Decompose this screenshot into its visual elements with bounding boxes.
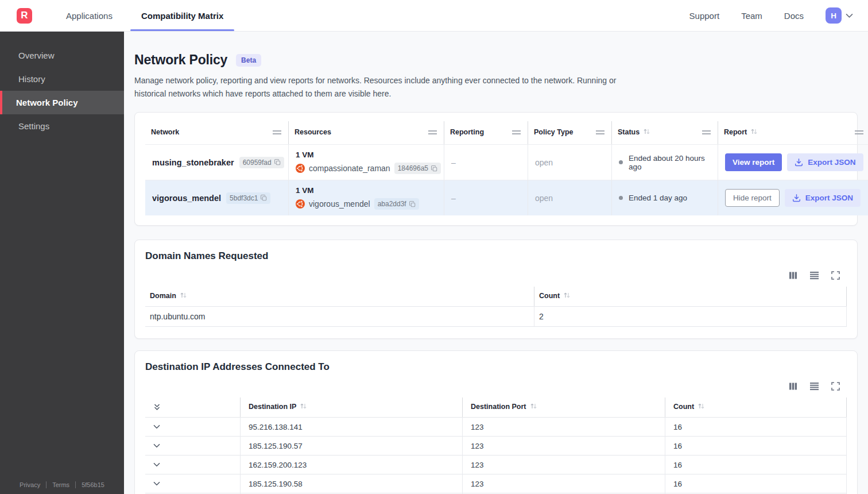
columns-icon[interactable] [789,382,797,391]
destination-port-cell: 123 [463,474,665,493]
download-icon [792,194,801,202]
destination-ip-cell: 185.125.190.57 [241,436,463,455]
sort-icon[interactable] [698,402,705,412]
row-expander-cell [145,474,241,493]
page-title: Network Policy [134,52,227,68]
status-cell: Ended 1 day ago [612,180,718,215]
export-json-button[interactable]: Export JSON [787,153,863,171]
expand-row-icon[interactable] [153,462,160,467]
domain-names-card: Domain Names Requested Domain Count [134,240,858,339]
destination-port-cell: 123 [463,455,665,474]
beta-badge: Beta [236,54,261,67]
sort-icon[interactable] [300,402,307,412]
sidebar: Overview History Network Policy Settings… [0,32,124,494]
column-header-destination-ip: Destination IP [241,397,463,417]
column-header-expand-all [145,397,241,417]
expand-row-icon[interactable] [153,443,160,448]
card-title: Destination IP Addresses Connected To [145,361,847,373]
expand-row-icon[interactable] [153,424,160,429]
sidebar-item-network-policy[interactable]: Network Policy [0,91,124,114]
columns-icon[interactable] [789,271,797,280]
tab-applications[interactable]: Applications [59,0,119,31]
row-density-icon[interactable] [809,271,819,280]
tab-compatibility-matrix[interactable]: Compatibility Matrix [134,0,230,31]
row-density-icon[interactable] [809,382,819,391]
app-logo[interactable]: R [17,8,32,24]
resource-id-badge: 184696a5 [394,163,441,174]
chevron-down-icon [846,13,853,18]
sort-icon[interactable] [180,291,187,301]
user-menu[interactable]: H [826,7,853,24]
sort-icon[interactable] [530,402,537,412]
nav-link-support[interactable]: Support [689,11,720,21]
nav-link-team[interactable]: Team [741,11,762,21]
domain-cell: ntp.ubuntu.com [145,306,534,327]
count-cell: 16 [665,455,847,474]
column-resize-handle-icon[interactable] [855,130,863,134]
copy-icon[interactable] [409,201,416,207]
top-navbar: R Applications Compatibility Matrix Supp… [0,0,868,32]
column-header-count: Count [665,397,847,417]
network-cell: musing_stonebraker 60959fad [145,144,289,180]
download-icon [795,158,803,167]
column-resize-handle-icon[interactable] [512,130,521,134]
report-cell: Hide report Export JSON [718,180,868,215]
view-report-button[interactable]: View report [725,153,782,171]
avatar[interactable]: H [826,7,842,24]
row-expander-cell [145,417,241,436]
column-resize-handle-icon[interactable] [428,130,437,134]
column-header-status: Status [612,121,718,144]
sidebar-item-settings[interactable]: Settings [0,114,124,138]
status-dot-icon [619,196,623,200]
copy-icon[interactable] [431,165,437,172]
sidebar-footer: Privacy Terms 5f56b15 [0,481,124,488]
primary-tabs: Applications Compatibility Matrix [52,0,238,31]
count-cell: 16 [665,436,847,455]
fullscreen-icon[interactable] [831,382,840,391]
destination-ip-table: Destination IP Destination Port Count [145,397,847,494]
reporting-cell: – [444,180,528,215]
network-id-badge: 60959fad [239,157,284,168]
sort-icon[interactable] [750,127,758,137]
sidebar-item-history[interactable]: History [0,67,124,91]
table-toolbar [145,271,847,280]
column-resize-handle-icon[interactable] [273,130,281,134]
column-header-report: Report [718,121,868,144]
copy-icon[interactable] [274,159,281,165]
table-toolbar [145,382,847,391]
column-header-network: Network [145,121,289,144]
footer-terms-link[interactable]: Terms [46,481,75,488]
row-expander-cell [145,455,241,474]
sidebar-item-overview[interactable]: Overview [0,44,124,67]
nav-link-docs[interactable]: Docs [784,11,804,21]
column-resize-handle-icon[interactable] [702,130,711,134]
network-id-badge: 5bdf3dc1 [226,192,270,204]
expand-row-icon[interactable] [153,481,160,486]
hide-report-button[interactable]: Hide report [725,189,780,207]
column-header-reporting: Reporting [444,121,528,144]
footer-privacy-link[interactable]: Privacy [14,481,46,488]
main-content: Network Policy Beta Manage network polic… [124,32,868,494]
row-expander-cell [145,436,241,455]
resources-cell: 1 VM vigorous_mendel aba2dd3f [289,180,444,215]
destination-port-cell: 123 [463,436,665,455]
networks-table-card: Network Resources Reporting Policy Type … [134,112,858,226]
networks-table: Network Resources Reporting Policy Type … [145,121,847,215]
destination-ip-cell: 162.159.200.123 [241,455,463,474]
count-cell: 16 [665,417,847,436]
destination-ip-cell: 185.125.190.58 [241,474,463,493]
fullscreen-icon[interactable] [831,271,840,280]
column-resize-handle-icon[interactable] [596,130,604,134]
column-header-domain: Domain [145,287,534,306]
sort-icon[interactable] [643,127,650,137]
ubuntu-icon [296,199,305,209]
sort-icon[interactable] [563,291,571,301]
status-cell: Ended about 20 hours ago [612,144,718,180]
count-cell: 2 [534,306,847,327]
copy-icon[interactable] [261,195,267,201]
column-header-count: Count [534,287,847,306]
footer-version: 5f56b15 [75,481,110,488]
expand-all-icon[interactable] [153,403,161,411]
export-json-button[interactable]: Export JSON [785,189,861,207]
nav-right: Support Team Docs H [689,7,868,24]
